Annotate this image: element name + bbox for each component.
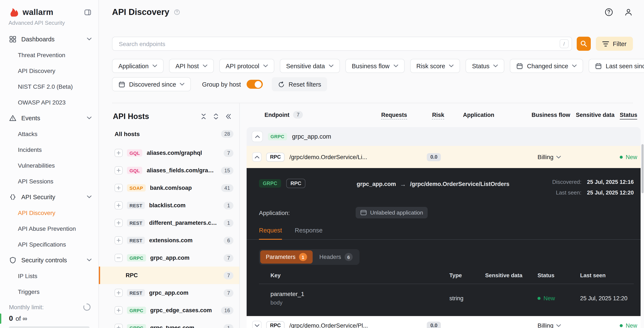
sidebar-item-threat-prevention[interactable]: Threat Prevention [0, 47, 98, 63]
business-flow-dropdown[interactable]: Billing [532, 153, 576, 160]
expand-icon[interactable] [114, 324, 123, 328]
parameters-count-badge: 1 [299, 253, 307, 261]
sidebar-section-events[interactable]: Events [0, 110, 98, 126]
col-requests[interactable]: Requests [381, 111, 407, 118]
filter-sensitive-data[interactable]: Sensitive data [280, 59, 340, 73]
sidebar-item-api-abuse-prevention[interactable]: API Abuse Prevention [0, 221, 98, 236]
sidebar-section-dashboards[interactable]: Dashboards [0, 31, 98, 47]
subtab-headers[interactable]: Headers 6 [314, 250, 358, 264]
filter-api-protocol[interactable]: API protocol [219, 59, 274, 73]
tab-response[interactable]: Response [295, 227, 323, 239]
scrollbar-thumb[interactable] [642, 144, 644, 193]
calendar-icon [118, 81, 125, 88]
sidebar-item-nist-csf[interactable]: NIST CSF 2.0 (Beta) [0, 78, 98, 94]
section-label: Events [21, 114, 40, 121]
expand-icon[interactable] [114, 201, 123, 209]
detail-tabs: Request Response [246, 227, 640, 240]
subtab-parameters[interactable]: Parameters 1 [260, 250, 313, 264]
expand-icon[interactable] [114, 236, 123, 244]
host-row[interactable]: GQL aliases_fields.com/graphql 15 [99, 162, 239, 179]
help-icon[interactable] [604, 8, 613, 17]
host-row-rpc-selected[interactable]: RPC 7 [99, 267, 239, 284]
filter-last-seen-since[interactable]: Last seen since [589, 59, 644, 73]
title-help-icon[interactable] [174, 9, 180, 15]
sidebar-section-api-security[interactable]: API Security [0, 189, 98, 205]
sidebar-item-api-discovery[interactable]: API Discovery [0, 205, 98, 221]
group-by-host-toggle[interactable] [246, 80, 262, 89]
group-host-name: grpc_app.com [292, 133, 331, 140]
method-badge: RPC [286, 179, 306, 188]
filter-button[interactable]: Filter [596, 37, 633, 51]
sidebar-item-ip-lists[interactable]: IP Lists [0, 268, 98, 284]
detail-dates: Discovered: 25 Jul, 2025 12:16 Last seen… [552, 179, 634, 196]
reset-filters-button[interactable]: Reset filters [272, 77, 327, 91]
sidebar-item-api-sessions[interactable]: API Sessions [0, 173, 98, 189]
chevron-down-icon [556, 324, 561, 327]
col-status[interactable]: Status [620, 111, 640, 118]
parameters-table: Key Type Sensitive data Status Last seen… [259, 272, 634, 308]
collapse-row-button[interactable] [252, 152, 262, 162]
sidebar-item-incidents[interactable]: Incidents [0, 142, 98, 157]
host-row[interactable]: SOAP bank.com/soap 41 [99, 179, 239, 197]
sidebar-collapse-icon[interactable] [84, 8, 92, 16]
host-count-badge: 7 [224, 149, 234, 157]
expand-icon[interactable] [114, 149, 123, 157]
host-row[interactable]: REST extensions.com 6 [99, 232, 239, 249]
host-group-row[interactable]: GRPC grpc_app.com [246, 127, 640, 146]
filter-business-flow[interactable]: Business flow [346, 59, 404, 73]
risk-cell: 0.0 [407, 321, 444, 328]
business-flow-dropdown[interactable]: Billing [532, 322, 576, 328]
host-row[interactable]: GRPC grpc_edge_cases.com 16 [99, 301, 239, 319]
expand-icon[interactable] [114, 219, 123, 227]
collapse-all-icon[interactable] [200, 113, 207, 120]
status-cell: New [620, 154, 640, 160]
host-row[interactable]: GRPC grpc_types.com 1 [99, 319, 239, 328]
collapse-group-button[interactable] [252, 131, 263, 142]
expand-icon[interactable] [114, 184, 123, 192]
endpoints-group-card: GRPC grpc_app.com RPC /grpc/demo.OrderSe… [246, 127, 640, 328]
sidebar-item-vulnerabilities[interactable]: Vulnerabilities [0, 157, 98, 173]
sidebar-item-api-discovery-dashboard[interactable]: API Discovery [0, 63, 98, 78]
parameter-row: parameter_1 body string New 25 Jul, 2025… [259, 284, 634, 308]
tab-request[interactable]: Request [259, 227, 282, 240]
host-row[interactable]: REST blacklist.com 1 [99, 197, 239, 214]
endpoint-row[interactable]: RPC /grpc/demo.OrderService/Pl... 0.0 Bi… [246, 316, 640, 328]
search-input[interactable] [118, 40, 560, 48]
sidebar-item-api-specifications[interactable]: API Specifications [0, 236, 98, 252]
hide-panel-icon[interactable] [225, 113, 232, 120]
user-profile-icon[interactable] [624, 8, 633, 17]
filter-discovered-since[interactable]: Discovered since [112, 77, 191, 91]
collapse-icon[interactable] [114, 254, 123, 262]
search-button[interactable] [577, 37, 591, 51]
application-label: Application: [259, 209, 356, 216]
filter-changed-since[interactable]: Changed since [510, 59, 583, 73]
protocol-badge: GQL [127, 149, 142, 156]
all-hosts-row[interactable]: All hosts 28 [99, 125, 239, 142]
host-row[interactable]: GQL aliases.com/graphql 7 [99, 144, 239, 162]
expand-icon[interactable] [114, 289, 123, 297]
filter-api-host[interactable]: API host [169, 59, 214, 73]
filter-chips-row-1: Application API host API protocol Sensit… [112, 59, 633, 73]
parameter-key-cell: parameter_1 body [270, 290, 449, 306]
expand-icon[interactable] [114, 166, 123, 175]
host-row[interactable]: REST grpc_app.com 7 [99, 284, 239, 301]
section-label: API Security [21, 194, 55, 200]
expand-all-icon[interactable] [212, 113, 219, 120]
host-row[interactable]: REST different_parameters.com 1 [99, 214, 239, 232]
sidebar-item-attacks[interactable]: Attacks [0, 126, 98, 142]
expand-icon[interactable] [114, 306, 123, 314]
host-row-expanded[interactable]: GRPC grpc_app.com 7 [99, 249, 239, 267]
filter-application[interactable]: Application [112, 59, 164, 73]
chevron-down-icon [203, 64, 208, 67]
endpoint-row-expanded[interactable]: RPC /grpc/demo.OrderService/Li... 0.0 Bi… [246, 146, 640, 168]
sidebar-item-owasp-api[interactable]: OWASP API 2023 [0, 94, 98, 110]
sidebar-section-security-controls[interactable]: Security controls [0, 252, 98, 268]
sidebar-item-triggers[interactable]: Triggers [0, 284, 98, 299]
monthly-limit-used: 0 [9, 314, 13, 323]
filter-risk-score[interactable]: Risk score [410, 59, 460, 73]
expand-row-button[interactable] [252, 321, 262, 328]
filter-status[interactable]: Status [466, 59, 504, 73]
col-risk[interactable]: Risk [407, 111, 444, 118]
application-chip[interactable]: Unlabeled application [356, 207, 428, 218]
search-box: / [112, 37, 572, 51]
